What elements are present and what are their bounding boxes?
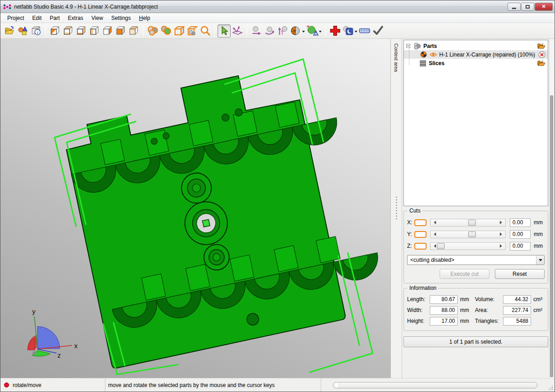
cut-z-toggle-button[interactable] [414, 243, 427, 250]
move-part-button[interactable] [250, 24, 263, 38]
slider-left-arrow-icon[interactable] [432, 232, 436, 236]
view-left-button[interactable] [88, 24, 101, 38]
slider-left-arrow-icon[interactable] [432, 244, 436, 248]
show-shells-button[interactable] [146, 24, 159, 38]
select-tool-button[interactable] [218, 24, 231, 38]
view-front-icon [115, 26, 126, 36]
panel-scrollbar-thumb[interactable] [550, 95, 553, 377]
chevron-down-icon [539, 259, 542, 263]
view-front-button[interactable] [114, 24, 127, 38]
repair-wizard-button[interactable] [306, 24, 319, 38]
information-title: Information [408, 285, 438, 291]
select-parts-in-box-button[interactable] [185, 24, 199, 38]
repair-part-button[interactable] [328, 24, 342, 38]
restore-button[interactable] [521, 3, 534, 11]
window-resize-grip[interactable] [548, 385, 553, 390]
zoom-button[interactable] [199, 24, 212, 38]
execute-cut-button[interactable]: Execute cut [440, 269, 489, 279]
apply-button[interactable] [371, 24, 384, 38]
panel-scrollbar[interactable] [549, 39, 554, 378]
reset-button[interactable]: Reset [495, 269, 545, 279]
3d-viewport[interactable]: y x z [0, 39, 390, 378]
remove-part-icon[interactable] [538, 51, 546, 58]
select-shell-icon [160, 25, 172, 36]
cut-x-slider-thumb[interactable] [468, 220, 476, 226]
menu-item-extras[interactable]: Extras [64, 14, 87, 22]
collapse-expander-icon[interactable] [406, 44, 410, 48]
slider-right-arrow-icon[interactable] [500, 232, 504, 236]
transform-tool-button[interactable] [231, 24, 244, 38]
view-isometric-icon [50, 26, 60, 36]
cut-y-label: Y: [407, 231, 414, 237]
context-panel: Parts [402, 39, 555, 378]
cut-y-slider[interactable] [430, 231, 506, 238]
height-value: 17.00 [430, 317, 458, 326]
load-part-folder-icon[interactable] [537, 43, 546, 49]
view-isometric-button[interactable] [48, 24, 62, 38]
shell-tools-button[interactable] [289, 24, 302, 38]
view-bottom-button[interactable] [75, 24, 88, 38]
part-pivot-handle[interactable] [202, 219, 210, 227]
visibility-eye-icon[interactable] [430, 52, 437, 57]
cut-x-toggle-button[interactable] [414, 219, 427, 226]
part-info-button[interactable]: i [29, 24, 43, 38]
shell-tools-dropdown-caret[interactable] [302, 31, 305, 34]
menu-item-project[interactable]: Project [3, 14, 28, 22]
cutting-mode-dropdown[interactable]: <cutting disabled> [407, 255, 545, 265]
slice-dropdown-caret[interactable] [355, 31, 357, 34]
slider-right-arrow-icon[interactable] [500, 221, 504, 224]
minimize-button[interactable] [508, 3, 521, 11]
add-part-button[interactable] [16, 24, 29, 38]
axis-label-z: z [57, 351, 61, 359]
restore-icon [526, 5, 530, 9]
context-area-label: Context area [394, 43, 399, 72]
cut-z-slider-thumb[interactable] [437, 243, 445, 249]
menu-item-settings[interactable]: Settings [107, 14, 135, 22]
cut-z-slider[interactable] [430, 242, 506, 250]
slider-right-arrow-icon[interactable] [500, 244, 504, 248]
repair-wizard-dropdown-caret[interactable] [319, 31, 322, 34]
cut-y-slider-thumb[interactable] [468, 231, 476, 237]
app-window: netfabb Studio Basic 4.9 - H-1 Linear X-… [0, 0, 555, 392]
part-item-label[interactable]: H-1 Linear X-Carrage (repaired) (100%) [439, 52, 535, 58]
view-back-button[interactable] [62, 24, 75, 38]
menu-item-part[interactable]: Part [46, 14, 64, 22]
axis-label-y: y [32, 307, 36, 315]
menu-item-view[interactable]: View [87, 14, 107, 22]
length-unit: mm [458, 296, 471, 302]
slider-left-arrow-icon[interactable] [432, 221, 436, 224]
select-shell-button[interactable] [159, 24, 172, 38]
cut-row-y: Y: 0.00 mm [407, 228, 545, 240]
measure-button[interactable] [358, 24, 371, 38]
cut-x-value-field[interactable]: 0.00 [510, 218, 531, 227]
tree-row-slices[interactable]: Slices [404, 59, 548, 67]
tree-row-part-item[interactable]: H-1 Linear X-Carrage (repaired) (100%) [404, 50, 548, 59]
view-right-button[interactable] [101, 24, 114, 38]
tree-row-parts[interactable]: Parts [404, 42, 548, 50]
select-parts-in-box-icon [186, 25, 198, 36]
slice-part-button[interactable] [342, 24, 355, 38]
dropdown-button[interactable] [536, 255, 544, 264]
close-button[interactable]: ✕ [535, 3, 553, 11]
menu-item-help[interactable]: Help [135, 14, 154, 22]
load-slice-folder-icon[interactable] [537, 60, 546, 66]
title-bar[interactable]: netfabb Studio Basic 4.9 - H-1 Linear X-… [0, 0, 555, 13]
orientation-axes-widget[interactable]: y x z [24, 307, 78, 361]
scale-part-button[interactable] [276, 24, 289, 38]
box-selection-button[interactable] [172, 24, 185, 38]
view-bottom-icon [76, 26, 86, 36]
cut-z-value-field[interactable]: 0.00 [510, 242, 531, 250]
open-project-button[interactable] [3, 24, 16, 38]
view-top-button[interactable] [127, 24, 140, 38]
menu-item-edit[interactable]: Edit [28, 14, 46, 22]
toolbar: i [0, 23, 555, 39]
splitter-grip[interactable] [396, 197, 397, 220]
parts-node-label[interactable]: Parts [423, 43, 437, 49]
progress-chunk [334, 383, 339, 387]
rotate-part-button[interactable] [263, 24, 276, 38]
cut-y-toggle-button[interactable] [414, 231, 427, 238]
context-area-splitter[interactable]: Context area [390, 39, 402, 378]
cut-y-value-field[interactable]: 0.00 [510, 230, 531, 239]
slices-node-label[interactable]: Slices [429, 60, 445, 66]
cut-x-slider[interactable] [430, 219, 506, 227]
